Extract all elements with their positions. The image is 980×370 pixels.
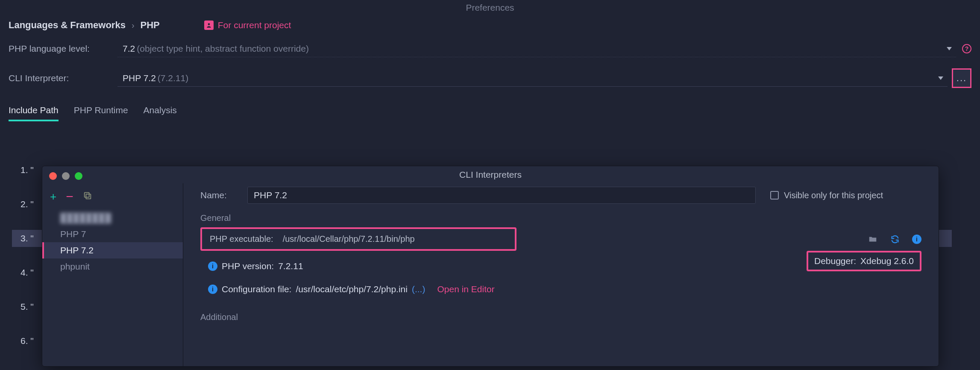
minimize-window-icon[interactable] [62, 172, 70, 180]
visible-only-label: Visible only for this project [784, 191, 883, 200]
cli-interpreter-label: CLI Interpreter: [9, 73, 117, 83]
lang-level-label: PHP language level: [9, 44, 117, 54]
interpreter-detail-panel: Name: PHP 7.2 Visible only for this proj… [183, 183, 939, 366]
additional-section-label: Additional [200, 312, 921, 322]
cli-interpreters-dialog: CLI Interpreters + − ████████ PHP 7 PHP … [42, 166, 939, 367]
interpreter-item[interactable]: PHP 7 [42, 226, 183, 242]
tab-php-runtime[interactable]: PHP Runtime [74, 105, 128, 121]
project-scope-label: For current project [218, 20, 291, 30]
info-icon: i [208, 261, 217, 271]
chevron-down-icon [947, 47, 952, 50]
general-section-label: General [200, 213, 921, 223]
name-input[interactable]: PHP 7.2 [247, 187, 756, 204]
svg-point-0 [208, 23, 210, 25]
lang-level-value: 7.2 [123, 44, 135, 54]
interpreter-list-panel: + − ████████ PHP 7 PHP 7.2 phpunit [42, 183, 183, 366]
add-icon[interactable]: + [50, 190, 56, 203]
checkbox-icon [770, 191, 779, 200]
config-file-value: /usr/local/etc/php/7.2/php.ini [296, 284, 408, 294]
project-scope-badge: For current project [204, 20, 291, 30]
tab-analysis[interactable]: Analysis [144, 105, 177, 121]
tab-bar: Include Path PHP Runtime Analysis [0, 99, 980, 121]
visible-only-checkbox[interactable]: Visible only for this project [770, 191, 883, 200]
open-in-editor-link[interactable]: Open in Editor [437, 284, 494, 294]
close-window-icon[interactable] [49, 172, 57, 180]
copy-icon[interactable] [83, 191, 92, 203]
interpreter-item[interactable]: PHP 7.2 [42, 242, 183, 258]
remove-icon[interactable]: − [66, 189, 73, 204]
config-file-label: Configuration file: [222, 284, 291, 294]
lang-level-dropdown[interactable]: 7.2 (object type hint, abstract function… [117, 40, 956, 57]
php-executable-label: PHP executable: [210, 234, 273, 244]
help-icon[interactable]: ? [962, 44, 971, 53]
window-title: Preferences [0, 0, 980, 16]
dialog-title: CLI Interpreters [42, 166, 939, 180]
chevron-down-icon [938, 76, 943, 80]
php-executable-highlight: PHP executable: /usr/local/Cellar/php/7.… [200, 227, 516, 251]
php-version-value: 7.2.11 [278, 261, 303, 271]
lang-level-hint: (object type hint, abstract function ove… [137, 44, 309, 54]
tab-include-path[interactable]: Include Path [9, 105, 59, 121]
debugger-highlight: Debugger: Xdebug 2.6.0 [807, 251, 921, 271]
interpreter-item[interactable]: ████████ [42, 210, 183, 226]
cli-interpreter-dropdown[interactable]: PHP 7.2 (7.2.11) [117, 70, 948, 87]
info-icon[interactable]: i [912, 235, 921, 244]
name-label: Name: [200, 190, 247, 200]
breadcrumb-separator: › [132, 21, 135, 30]
interpreter-toolbar: + − [42, 188, 183, 210]
php-executable-value[interactable]: /usr/local/Cellar/php/7.2.11/bin/php [283, 234, 415, 244]
window-controls [49, 172, 82, 180]
person-icon [204, 21, 214, 30]
cli-value: PHP 7.2 [123, 73, 156, 83]
zoom-window-icon[interactable] [75, 172, 82, 180]
breadcrumb-seg-2[interactable]: PHP [141, 20, 160, 31]
refresh-icon[interactable] [890, 234, 900, 244]
config-file-ellipsis[interactable]: (...) [412, 284, 425, 294]
svg-rect-1 [86, 194, 91, 199]
cli-interpreter-more-button[interactable]: ... [952, 68, 971, 88]
debugger-value: Xdebug 2.6.0 [860, 256, 914, 266]
php-version-label: PHP version: [222, 261, 274, 271]
cli-hint: (7.2.11) [158, 73, 188, 83]
breadcrumb-seg-1[interactable]: Languages & Frameworks [9, 20, 126, 31]
svg-rect-2 [84, 192, 89, 197]
breadcrumb: Languages & Frameworks › PHP For current… [0, 16, 980, 40]
folder-icon[interactable] [868, 234, 878, 244]
interpreter-item[interactable]: phpunit [42, 258, 183, 275]
info-icon: i [208, 285, 217, 294]
debugger-label: Debugger: [814, 256, 856, 266]
